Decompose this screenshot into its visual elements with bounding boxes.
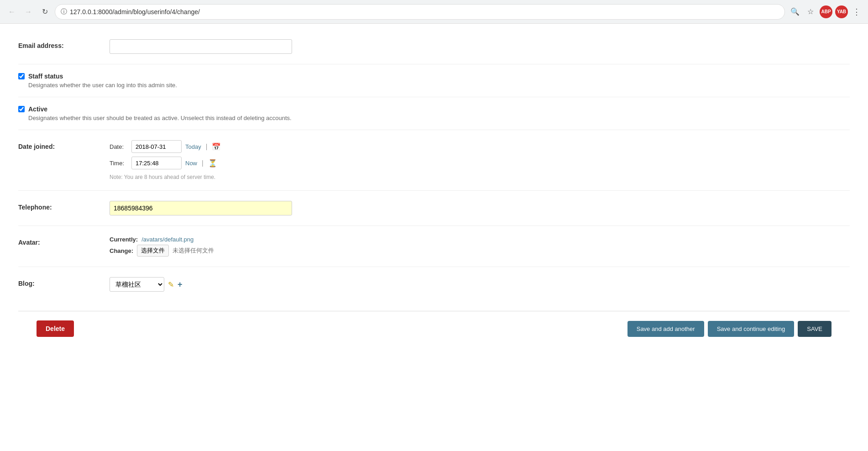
clock-icon[interactable]: ⏳: [208, 159, 217, 168]
active-label: Active: [28, 105, 47, 113]
staff-status-section: Staff status Designates whether the user…: [18, 64, 850, 97]
telephone-label: Telephone:: [18, 201, 100, 211]
forward-button[interactable]: →: [22, 5, 35, 18]
blog-select[interactable]: 草榴社区: [110, 277, 164, 292]
browser-chrome: ← → ↻ ⓘ 🔍 ☆ ABP YAB ⋮: [0, 0, 868, 24]
date-input[interactable]: [131, 140, 182, 153]
date-joined-section: Date joined: Date: Today | 📅 Time: Now |: [18, 130, 850, 190]
time-input[interactable]: [131, 157, 182, 169]
action-bar: Delete Save and add another Save and con…: [18, 311, 850, 346]
save-add-another-button[interactable]: Save and add another: [627, 321, 704, 337]
email-row: Email address:: [18, 37, 850, 56]
staff-status-row: Staff status: [18, 73, 850, 80]
avatar-currently-row: Currently: /avatars/default.png: [110, 236, 850, 243]
staff-status-checkbox[interactable]: [18, 73, 25, 79]
date-separator: |: [206, 143, 208, 150]
url-input[interactable]: [70, 8, 779, 16]
time-separator: |: [202, 159, 204, 167]
telephone-input[interactable]: [110, 201, 292, 215]
save-button[interactable]: SAVE: [798, 321, 831, 337]
avatar-link[interactable]: /avatars/default.png: [141, 236, 193, 243]
telephone-row: Telephone:: [18, 199, 850, 217]
active-description: Designates whether this user should be t…: [18, 115, 850, 121]
date-joined-label: Date joined:: [18, 140, 100, 150]
avatar-row: Avatar: Currently: /avatars/default.png …: [18, 234, 850, 258]
avatar-label: Avatar:: [18, 236, 100, 246]
active-checkbox[interactable]: [18, 106, 25, 112]
email-label: Email address:: [18, 39, 100, 49]
blog-edit-link[interactable]: ✎: [168, 280, 174, 289]
yab-badge[interactable]: YAB: [835, 5, 848, 18]
info-icon: ⓘ: [61, 8, 67, 16]
datetime-widget: Date: Today | 📅 Time: Now | ⏳ Note: You …: [110, 140, 850, 180]
abp-badge[interactable]: ABP: [820, 5, 832, 18]
time-row-label: Time:: [110, 160, 128, 167]
avatar-file-button[interactable]: 选择文件: [137, 245, 169, 257]
today-link[interactable]: Today: [185, 143, 201, 150]
active-section: Active Designates whether this user shou…: [18, 97, 850, 130]
avatar-widget: Currently: /avatars/default.png Change: …: [110, 236, 850, 257]
page-content: Email address: Staff status Designates w…: [0, 24, 868, 451]
email-section: Email address:: [18, 33, 850, 64]
blog-widget: 草榴社区 ✎ +: [110, 277, 850, 292]
reload-button[interactable]: ↻: [38, 5, 51, 18]
avatar-change-row: Change: 选择文件 未选择任何文件: [110, 245, 850, 257]
avatar-no-file-text: 未选择任何文件: [173, 246, 214, 255]
blog-row: Blog: 草榴社区 ✎ +: [18, 275, 850, 294]
calendar-icon[interactable]: 📅: [212, 142, 221, 151]
bookmark-button[interactable]: ☆: [804, 5, 817, 18]
staff-status-description: Designates whether the user can log into…: [18, 82, 850, 89]
blog-section: Blog: 草榴社区 ✎ +: [18, 267, 850, 302]
browser-actions: 🔍 ☆ ABP YAB ⋮: [789, 5, 863, 19]
blog-field-wrapper: 草榴社区 ✎ +: [110, 277, 850, 292]
email-input[interactable]: [110, 39, 292, 54]
telephone-section: Telephone:: [18, 190, 850, 226]
save-actions: Save and add another Save and continue e…: [627, 321, 831, 337]
back-button[interactable]: ←: [5, 5, 18, 18]
now-link[interactable]: Now: [185, 160, 197, 167]
avatar-currently-label: Currently:: [110, 236, 138, 243]
time-row: Time: Now | ⏳: [110, 157, 850, 169]
date-row: Date: Today | 📅: [110, 140, 850, 153]
date-joined-widget: Date: Today | 📅 Time: Now | ⏳ Note: You …: [110, 140, 850, 180]
avatar-change-label: Change:: [110, 247, 133, 254]
date-row-label: Date:: [110, 143, 128, 150]
avatar-field-wrapper: Currently: /avatars/default.png Change: …: [110, 236, 850, 257]
active-row: Active: [18, 105, 850, 113]
save-continue-button[interactable]: Save and continue editing: [708, 321, 795, 337]
date-joined-row: Date joined: Date: Today | 📅 Time: Now |: [18, 138, 850, 182]
blog-add-link[interactable]: +: [178, 280, 183, 289]
blog-label: Blog:: [18, 277, 100, 287]
search-button[interactable]: 🔍: [789, 5, 801, 18]
menu-button[interactable]: ⋮: [851, 5, 863, 19]
address-bar: ⓘ: [55, 4, 785, 20]
email-field-wrapper: [110, 39, 850, 54]
staff-status-label: Staff status: [28, 73, 63, 80]
time-note: Note: You are 8 hours ahead of server ti…: [110, 174, 850, 180]
telephone-field-wrapper: [110, 201, 850, 215]
delete-button[interactable]: Delete: [37, 320, 74, 337]
avatar-section: Avatar: Currently: /avatars/default.png …: [18, 226, 850, 267]
